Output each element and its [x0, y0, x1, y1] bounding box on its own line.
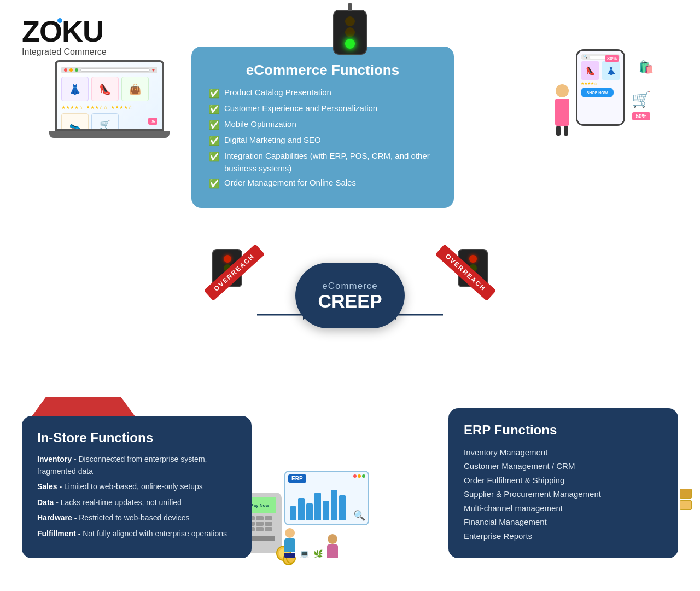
creep-center: eCommerce CREEP [295, 263, 405, 328]
check-icon-4: ✅ [209, 135, 220, 148]
logo: Z O K U Integrated Commerce [22, 16, 107, 57]
creep-line1: eCommerce [322, 281, 378, 292]
logo-k: K [62, 16, 83, 46]
instore-item-hardware: Hardware - Restricted to web-based devic… [37, 512, 236, 524]
erp-item-1: Inventory Management [464, 445, 663, 460]
logo-z: Z [22, 16, 39, 46]
check-icon-5: ✅ [209, 150, 220, 164]
erp-functions-box: ERP Functions Inventory Management Custo… [448, 408, 678, 559]
instore-item-fulfillment: Fulfillment - Not fully aligned with ent… [37, 528, 236, 540]
instore-item-data: Data - Lacks real-time updates, not unif… [37, 496, 236, 508]
ecommerce-item-6: ✅Order Management for Online Sales [209, 177, 436, 190]
instore-item-inventory: Inventory - Disconnected from enterprise… [37, 453, 236, 478]
check-icon-3: ✅ [209, 119, 220, 132]
tl-green-on [345, 39, 355, 49]
instore-functions-box: In-Store Functions Inventory - Disconnec… [22, 416, 252, 558]
logo-dot [57, 18, 62, 23]
erp-item-4: Supplier & Procurement Management [464, 487, 663, 501]
traffic-light-green [333, 10, 367, 55]
ecommerce-item-1: ✅Product Catalog Presentation [209, 86, 436, 100]
ecommerce-item-5: ✅Integration Capabilities (with ERP, POS… [209, 150, 436, 175]
erp-chart-illustration: ERP 🔍 💻 🌿 [284, 471, 383, 553]
logo-u: U [83, 16, 103, 46]
ecommerce-list: ✅Product Catalog Presentation ✅Customer … [209, 86, 436, 190]
erp-item-6: Financial Management [464, 515, 663, 529]
erp-item-7: Enterprise Reports [464, 529, 663, 543]
ecommerce-item-3: ✅Mobile Optimization [209, 118, 436, 132]
ecommerce-functions-box: eCommerce Functions ✅Product Catalog Pre… [191, 47, 454, 208]
shopper-illustration: 🔍 👠 👗 ★★★★☆ SHOP NOW 30% 🛒 🛍️ 50% [555, 49, 651, 126]
logo-o: O [39, 16, 62, 46]
tl-red-2 [469, 255, 477, 263]
erp-list: Inventory Management Customer Management… [464, 445, 663, 543]
erp-label: ERP [288, 474, 306, 483]
erp-item-3: Order Fulfilment & Shipping [464, 473, 663, 488]
erp-item-2: Customer Management / CRM [464, 459, 663, 473]
check-icon-1: ✅ [209, 87, 220, 100]
erp-item-5: Multi-channel management [464, 501, 663, 515]
tl-red-off [345, 16, 355, 26]
check-icon-2: ✅ [209, 103, 220, 116]
check-icon-6: ✅ [209, 177, 220, 190]
creep-line2: CREEP [318, 292, 382, 310]
logo-subtitle: Integrated Commerce [22, 47, 107, 57]
tl-red-1 [224, 255, 231, 263]
ecommerce-item-4: ✅Digital Marketing and SEO [209, 134, 436, 148]
ecommerce-item-2: ✅Customer Experience and Personalization [209, 102, 436, 116]
tl-yellow-off [345, 27, 355, 37]
instore-item-sales: Sales - Limited to web-based, online-onl… [37, 480, 236, 493]
ecommerce-title: eCommerce Functions [209, 62, 436, 79]
erp-title: ERP Functions [464, 422, 663, 438]
instore-title: In-Store Functions [37, 430, 236, 445]
laptop-illustration: ♥ 👗 👠 👜 ★★★★☆ ★★★☆☆ ★★★★☆ 🥿 🛒 % [55, 60, 170, 138]
